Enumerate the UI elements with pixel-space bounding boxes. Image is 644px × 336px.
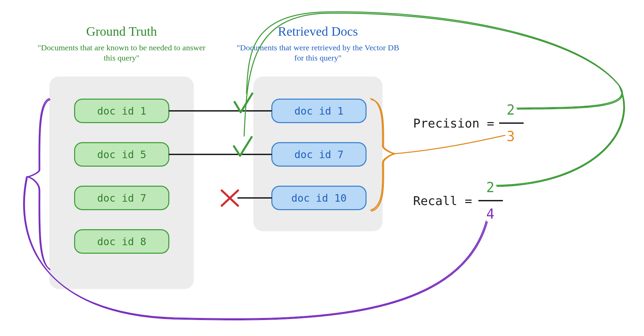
connector-precision-denominator [394, 135, 505, 154]
precision-denominator: 3 [507, 129, 515, 144]
gt-doc-2: doc id 5 [74, 142, 169, 167]
brace-ground-truth [27, 99, 50, 270]
rt-doc-1: doc id 1 [271, 99, 367, 123]
recall-fraction-bar [478, 200, 503, 201]
recall-denominator: 4 [486, 206, 494, 222]
rt-doc-3: doc id 10 [271, 186, 367, 210]
diagram-stage: Ground Truth Retrieved Docs "Documents t… [0, 0, 644, 336]
gt-doc-3: doc id 7 [74, 186, 169, 210]
precision-label: Precision = [413, 116, 494, 130]
retrieved-title: Retrieved Docs [253, 24, 383, 39]
gt-doc-4: doc id 8 [74, 229, 169, 254]
ground-truth-title: Ground Truth [49, 24, 194, 39]
gt-doc-1: doc id 1 [74, 99, 169, 123]
precision-numerator: 2 [507, 102, 515, 118]
recall-label: Recall = [413, 194, 472, 208]
checkmark-icon [235, 94, 252, 112]
cross-icon [222, 190, 238, 206]
rt-doc-2: doc id 7 [271, 142, 367, 167]
ground-truth-subtitle: "Documents that are known to be needed t… [32, 43, 211, 63]
retrieved-subtitle: "Documents that were retrieved by the Ve… [236, 43, 400, 63]
checkmark-icon [234, 137, 252, 156]
connector-correct-to-recall-numerator [496, 85, 625, 186]
precision-fraction-bar [499, 122, 524, 124]
recall-numerator: 2 [486, 180, 494, 195]
